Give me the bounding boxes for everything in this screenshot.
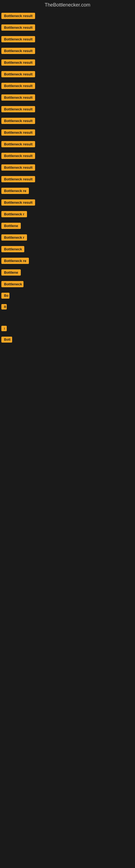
bottleneck-result-badge[interactable]: Bottleneck r — [1, 211, 27, 217]
bottleneck-result-badge[interactable]: B — [1, 304, 7, 310]
site-title: TheBottlenecker.com — [0, 0, 135, 10]
bottleneck-result-badge[interactable]: Bo — [1, 293, 9, 299]
bottleneck-result-badge[interactable]: Bottleneck result — [1, 153, 35, 159]
list-item — [0, 318, 135, 323]
bottleneck-result-badge[interactable]: Bottleneck — [1, 246, 24, 252]
list-item: Bottlene — [0, 220, 135, 231]
bottleneck-result-badge[interactable]: Bott — [1, 337, 12, 343]
bottleneck-result-badge[interactable]: Bottleneck result — [1, 83, 35, 89]
list-item: Bottleneck result — [0, 127, 135, 138]
list-item: Bottleneck result — [0, 33, 135, 45]
list-item: Bottleneck result — [0, 197, 135, 208]
bottleneck-result-badge[interactable]: Bottleneck result — [1, 94, 35, 101]
bottleneck-result-badge[interactable]: Bottleneck result — [1, 71, 35, 77]
list-item: Bottleneck — [0, 243, 135, 255]
list-item: Bottlene — [0, 267, 135, 278]
bottleneck-result-badge[interactable]: Bottleneck — [1, 281, 24, 287]
list-item: Bottleneck result — [0, 92, 135, 103]
bottleneck-result-badge[interactable]: Bottleneck result — [1, 13, 35, 19]
bottleneck-result-badge[interactable]: Bottlene — [1, 269, 21, 276]
site-title-text: TheBottlenecker.com — [45, 2, 90, 8]
list-item: B — [0, 301, 135, 312]
list-item: Bottleneck result — [0, 173, 135, 185]
list-item: Bottleneck re — [0, 185, 135, 197]
bottleneck-result-badge[interactable]: Bottleneck result — [1, 199, 35, 206]
bottleneck-result-badge[interactable]: Bottleneck result — [1, 176, 35, 182]
list-item — [0, 356, 135, 362]
bottleneck-result-badge[interactable]: Bottleneck result — [1, 141, 35, 147]
bottleneck-result-badge[interactable]: Bottleneck result — [1, 59, 35, 66]
list-item — [0, 362, 135, 367]
list-item: Bottleneck result — [0, 10, 135, 22]
list-item: Bottleneck result — [0, 103, 135, 115]
list-item: Bottleneck result — [0, 80, 135, 92]
list-item: Bottleneck result — [0, 138, 135, 150]
list-item — [0, 351, 135, 356]
list-item: i — [0, 323, 135, 334]
list-item: Bottleneck r — [0, 208, 135, 220]
list-item: Bott — [0, 334, 135, 345]
bottleneck-result-badge[interactable]: Bottleneck result — [1, 118, 35, 124]
bottleneck-result-badge[interactable]: Bottleneck r — [1, 235, 27, 241]
list-item: Bottleneck result — [0, 115, 135, 127]
list-item — [0, 312, 135, 318]
list-item: Bottleneck result — [0, 150, 135, 162]
list-item: Bottleneck re — [0, 255, 135, 267]
bottleneck-result-badge[interactable]: Bottleneck result — [1, 106, 35, 112]
list-item: Bo — [0, 290, 135, 301]
list-item: Bottleneck result — [0, 57, 135, 68]
bottleneck-result-badge[interactable]: Bottleneck result — [1, 24, 35, 31]
items-container: Bottleneck resultBottleneck resultBottle… — [0, 10, 135, 372]
bottleneck-result-badge[interactable]: Bottleneck result — [1, 48, 35, 54]
bottleneck-result-badge[interactable]: Bottleneck re — [1, 258, 29, 264]
list-item: Bottleneck result — [0, 162, 135, 173]
bottleneck-result-badge[interactable]: Bottlene — [1, 223, 21, 229]
list-item: Bottleneck result — [0, 45, 135, 57]
bottleneck-result-badge[interactable]: Bottleneck result — [1, 164, 35, 170]
bottleneck-result-badge[interactable]: Bottleneck result — [1, 129, 35, 135]
bottleneck-result-badge[interactable]: Bottleneck result — [1, 36, 35, 42]
list-item: Bottleneck result — [0, 22, 135, 33]
list-item — [0, 367, 135, 372]
list-item — [0, 345, 135, 351]
list-item: Bottleneck — [0, 278, 135, 290]
bottleneck-result-badge[interactable]: i — [1, 326, 7, 331]
list-item: Bottleneck r — [0, 231, 135, 243]
list-item: Bottleneck result — [0, 68, 135, 80]
bottleneck-result-badge[interactable]: Bottleneck re — [1, 188, 29, 194]
